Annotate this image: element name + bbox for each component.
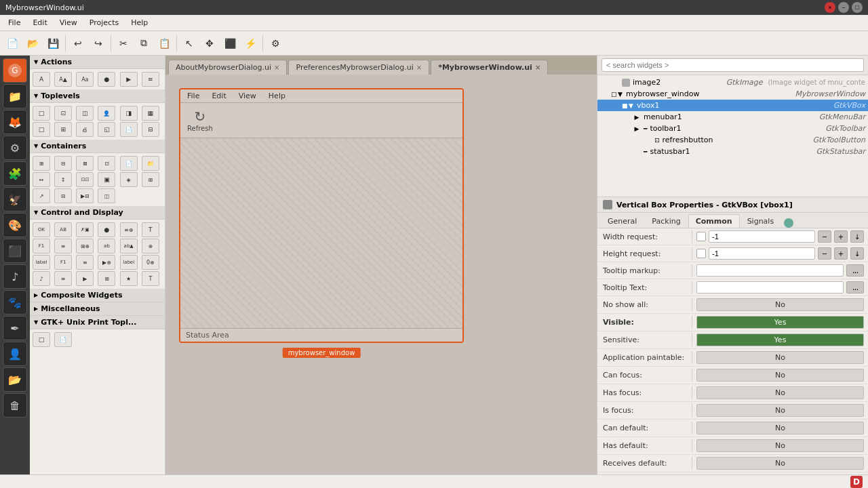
pal-cont-12[interactable]: ⊞ bbox=[142, 172, 159, 187]
toolbar-select[interactable]: ↖ bbox=[180, 34, 199, 53]
input-height-request[interactable] bbox=[709, 247, 815, 260]
toolbar-cut[interactable]: ✂ bbox=[114, 34, 133, 53]
palette-section-actions[interactable]: ▼ Actions bbox=[30, 56, 165, 69]
btn-height-plus[interactable]: + bbox=[834, 247, 848, 260]
btn-height-extra[interactable]: ↓ bbox=[850, 247, 864, 260]
toolbar-copy[interactable]: ⧉ bbox=[134, 34, 153, 53]
palette-action-3[interactable]: Aa bbox=[76, 72, 94, 87]
toolbar-redo[interactable]: ↪ bbox=[89, 34, 108, 53]
left-icon-settings[interactable]: ⚙ bbox=[3, 136, 27, 160]
btn-sensitive[interactable]: Yes bbox=[696, 333, 864, 346]
pal-ctrl-3[interactable]: ✗▣ bbox=[76, 222, 94, 237]
tab-common[interactable]: Common bbox=[688, 214, 740, 228]
left-icon-gimp[interactable]: 🐾 bbox=[3, 290, 27, 314]
ui-menu-edit[interactable]: Edit bbox=[209, 91, 229, 101]
tree-row-vbox1[interactable]: ■ ▼ vbox1 GtkVBox bbox=[597, 100, 868, 111]
pal-ctrl-13[interactable]: label bbox=[33, 255, 50, 270]
btn-has-focus[interactable]: No bbox=[696, 386, 864, 399]
left-icon-folder2[interactable]: 📂 bbox=[3, 367, 27, 392]
left-icon-glade[interactable]: G bbox=[3, 58, 27, 83]
btn-no-show-all[interactable]: No bbox=[696, 298, 864, 311]
pal-cont-13[interactable]: ↗ bbox=[33, 188, 50, 203]
left-icon-files[interactable]: 📁 bbox=[3, 84, 27, 108]
pal-top-12[interactable]: ⊟ bbox=[142, 122, 159, 137]
palette-action-5[interactable]: ▶ bbox=[120, 72, 138, 87]
input-width-request[interactable] bbox=[709, 230, 815, 243]
tab-general[interactable]: General bbox=[600, 214, 644, 228]
left-icon-terminal[interactable]: ⬛ bbox=[3, 239, 27, 263]
tab-about-close[interactable]: × bbox=[274, 64, 279, 71]
left-icon-thunderbird[interactable]: 🦅 bbox=[3, 187, 27, 211]
pal-cont-10[interactable]: ▣ bbox=[98, 172, 115, 187]
pal-ctrl-20[interactable]: ≡ bbox=[54, 271, 72, 286]
btn-can-default[interactable]: No bbox=[696, 422, 864, 434]
pal-ctrl-4[interactable]: ● bbox=[98, 222, 115, 237]
tree-row-mybrowser-window[interactable]: □ ▼ mybrowser_window MybrowserWindow bbox=[597, 88, 868, 100]
input-tooltip-markup[interactable] bbox=[696, 264, 844, 277]
btn-receives-default[interactable]: No bbox=[696, 457, 864, 470]
left-icon-music[interactable]: ♪ bbox=[3, 264, 27, 289]
toolbar-drag[interactable]: ⬛ bbox=[220, 34, 239, 53]
left-icon-user[interactable]: 👤 bbox=[3, 342, 27, 366]
pal-cont-8[interactable]: ↕ bbox=[54, 172, 72, 187]
pal-ctrl-18[interactable]: 0⊕ bbox=[142, 255, 159, 270]
tree-row-toolbar1[interactable]: ▶ ━ toolbar1 GtkToolbar bbox=[597, 123, 868, 134]
pal-cont-1[interactable]: ⊞ bbox=[33, 156, 50, 171]
left-icon-paint[interactable]: 🎨 bbox=[3, 213, 27, 237]
tree-row-statusbar1[interactable]: ━ statusbar1 GtkStatusbar bbox=[597, 146, 868, 157]
tab-packing[interactable]: Packing bbox=[644, 214, 688, 228]
pal-cont-14[interactable]: ⊟ bbox=[54, 188, 72, 203]
maximize-button[interactable]: □ bbox=[852, 2, 863, 13]
pal-top-10[interactable]: ◱ bbox=[98, 122, 115, 137]
pal-top-4[interactable]: 👤 bbox=[98, 106, 115, 121]
palette-section-composite[interactable]: ▶ Composite Widgets bbox=[30, 289, 165, 302]
pal-top-8[interactable]: ⊞ bbox=[54, 122, 72, 137]
pal-ctrl-5[interactable]: ≡⊕ bbox=[120, 222, 138, 237]
pal-cont-16[interactable]: ◫ bbox=[98, 188, 115, 203]
menu-help[interactable]: Help bbox=[125, 17, 153, 28]
tab-prefs-close[interactable]: × bbox=[416, 64, 422, 71]
btn-width-extra[interactable]: ↓ bbox=[850, 230, 864, 243]
pal-ctrl-7[interactable]: F1 bbox=[33, 239, 50, 253]
pal-ctrl-8[interactable]: ≡ bbox=[54, 239, 72, 253]
palette-section-gtk-print[interactable]: ▼ GTK+ Unix Print Topl... bbox=[30, 316, 165, 329]
tab-about-dialog[interactable]: AboutMybrowserDialog.ui × bbox=[168, 60, 287, 75]
pal-ctrl-1[interactable]: OK bbox=[33, 222, 50, 237]
menu-edit[interactable]: Edit bbox=[27, 17, 52, 28]
pal-cont-15[interactable]: ▶⊟ bbox=[76, 188, 94, 203]
ui-preview-content[interactable] bbox=[180, 138, 462, 328]
pal-cont-7[interactable]: ↔ bbox=[33, 172, 50, 187]
menu-file[interactable]: File bbox=[3, 17, 26, 28]
minimize-button[interactable]: − bbox=[838, 2, 849, 13]
left-icon-inkscape[interactable]: ✒ bbox=[3, 316, 27, 340]
tree-row-refreshbutton[interactable]: ⊡ refreshbutton GtkToolButton bbox=[597, 134, 868, 146]
left-icon-trash[interactable]: 🗑 bbox=[3, 393, 27, 418]
palette-section-toplevels[interactable]: ▼ Toplevels bbox=[30, 89, 165, 103]
btn-can-focus[interactable]: No bbox=[696, 369, 864, 382]
ui-menu-view[interactable]: View bbox=[236, 91, 259, 101]
pal-cont-3[interactable]: ⊠ bbox=[76, 156, 94, 171]
expander-mybrowser[interactable]: ▼ bbox=[618, 91, 623, 98]
toolbar-preferences[interactable]: ⚙ bbox=[266, 34, 285, 53]
toolbar-undo[interactable]: ↩ bbox=[68, 34, 87, 53]
tab-main-close[interactable]: × bbox=[535, 64, 540, 71]
palette-section-control[interactable]: ▼ Control and Display bbox=[30, 206, 165, 220]
pal-top-9[interactable]: 🖨 bbox=[76, 122, 94, 137]
pal-ctrl-11[interactable]: ab▲ bbox=[120, 239, 138, 253]
pal-cont-11[interactable]: ◈ bbox=[120, 172, 138, 187]
palette-action-2[interactable]: A▲ bbox=[54, 72, 72, 87]
pal-top-3[interactable]: ◫ bbox=[76, 106, 94, 121]
expander-menubar1[interactable]: ▶ bbox=[633, 113, 641, 121]
expander-toolbar1[interactable]: ▶ bbox=[633, 125, 641, 133]
pal-ctrl-10[interactable]: ab bbox=[98, 239, 115, 253]
expander-vbox1[interactable]: ▼ bbox=[629, 102, 634, 109]
pal-ctrl-22[interactable]: ⊞ bbox=[98, 271, 115, 286]
palette-section-misc[interactable]: ▶ Miscellaneous bbox=[30, 302, 165, 316]
pal-top-5[interactable]: ◨ bbox=[120, 106, 138, 121]
tab-prefs-dialog[interactable]: PreferencesMybrowserDialog.ui × bbox=[288, 60, 429, 75]
pal-ctrl-21[interactable]: ▶ bbox=[76, 271, 94, 286]
menu-projects[interactable]: Projects bbox=[84, 17, 124, 28]
palette-action-4[interactable]: ● bbox=[98, 72, 115, 87]
close-button[interactable]: × bbox=[825, 2, 835, 13]
toolbar-save[interactable]: 💾 bbox=[43, 34, 62, 53]
